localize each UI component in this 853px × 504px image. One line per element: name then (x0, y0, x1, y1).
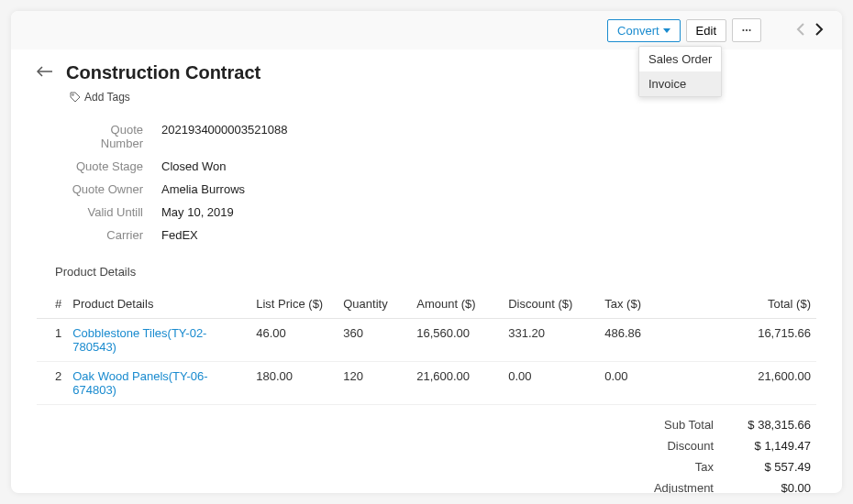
edit-label: Edit (696, 24, 716, 38)
dropdown-item-sales-order[interactable]: Sales Order (639, 47, 721, 71)
total-row-adjustment: Adjustment $0.00 (618, 477, 811, 493)
edit-button[interactable]: Edit (686, 19, 726, 42)
product-link[interactable]: Oak Wood Panels(TY-06-674803) (72, 369, 207, 397)
col-list-price: List Price ($) (250, 290, 338, 319)
col-quantity: Quantity (338, 290, 411, 319)
meta-row-quote-owner: Quote Owner Amelia Burrows (70, 178, 816, 201)
back-button[interactable] (37, 65, 53, 81)
meta-value: Closed Won (161, 159, 227, 173)
col-total: Total ($) (659, 290, 816, 319)
cell-amount: 21,600.00 (411, 362, 503, 405)
col-amount: Amount ($) (411, 290, 503, 319)
svg-point-2 (749, 29, 751, 31)
chevron-left-icon (796, 22, 805, 37)
meta-label: Quote Stage (70, 159, 161, 173)
cell-total: 21,600.00 (659, 362, 816, 405)
product-link[interactable]: Cobblestone Tiles(TY-02-780543) (72, 326, 206, 354)
convert-label: Convert (617, 24, 659, 38)
page-container: Convert Edit Sales Order Invoice (11, 11, 842, 493)
convert-button[interactable]: Convert (607, 19, 681, 42)
meta-label: Valid Untill (70, 205, 161, 219)
cell-list-price: 180.00 (250, 362, 338, 405)
svg-point-1 (746, 29, 748, 31)
next-record-button[interactable] (813, 20, 825, 41)
meta-label: Quote Owner (70, 182, 161, 196)
more-actions-button[interactable] (732, 18, 761, 42)
cell-discount: 331.20 (503, 319, 599, 362)
page-title: Construction Contract (66, 62, 260, 83)
total-label: Adjustment (618, 481, 728, 493)
table-row: 1 Cobblestone Tiles(TY-02-780543) 46.00 … (37, 319, 816, 362)
total-value: $0.00 (728, 481, 811, 493)
meta-table: Quote Number 2021934000003521088 Quote S… (70, 118, 816, 247)
col-tax: Tax ($) (599, 290, 659, 319)
cell-total: 16,715.66 (659, 319, 816, 362)
prev-record-button[interactable] (794, 20, 807, 41)
dropdown-item-invoice[interactable]: Invoice (639, 71, 721, 96)
cell-idx: 1 (37, 319, 67, 362)
meta-value: May 10, 2019 (161, 205, 234, 219)
meta-label: Carrier (70, 228, 161, 242)
total-label: Tax (618, 460, 728, 474)
cell-quantity: 120 (338, 362, 411, 405)
meta-row-quote-number: Quote Number 2021934000003521088 (70, 118, 816, 155)
cell-list-price: 46.00 (250, 319, 338, 362)
meta-value: FedEX (161, 228, 198, 242)
total-value: $ 1,149.47 (728, 439, 811, 453)
content-area: Construction Contract Add Tags Quote Num… (11, 49, 842, 493)
total-label: Sub Total (618, 418, 728, 432)
caret-down-icon (663, 28, 670, 33)
cell-quantity: 360 (338, 319, 411, 362)
totals-block: Sub Total $ 38,315.66 Discount $ 1,149.4… (37, 414, 816, 493)
add-tags-button[interactable]: Add Tags (70, 91, 130, 104)
total-row-discount: Discount $ 1,149.47 (618, 435, 811, 456)
products-table: # Product Details List Price ($) Quantit… (37, 290, 816, 405)
svg-point-4 (72, 94, 74, 96)
meta-value: 2021934000003521088 (161, 123, 287, 150)
meta-row-valid-until: Valid Untill May 10, 2019 (70, 201, 816, 224)
meta-row-carrier: Carrier FedEX (70, 224, 816, 247)
total-row-subtotal: Sub Total $ 38,315.66 (618, 414, 811, 435)
arrow-left-icon (37, 65, 53, 78)
meta-label: Quote Number (70, 123, 161, 150)
record-nav (794, 20, 825, 41)
total-label: Discount (618, 439, 728, 453)
col-product: Product Details (67, 290, 250, 319)
cell-amount: 16,560.00 (411, 319, 503, 362)
total-value: $ 557.49 (728, 460, 811, 474)
ellipsis-icon (742, 28, 751, 32)
cell-tax: 486.86 (599, 319, 659, 362)
total-value: $ 38,315.66 (728, 418, 811, 432)
cell-idx: 2 (37, 362, 67, 405)
svg-point-0 (742, 29, 744, 31)
total-row-tax: Tax $ 557.49 (618, 456, 811, 477)
cell-discount: 0.00 (503, 362, 599, 405)
section-heading-product-details: Product Details (55, 265, 816, 279)
toolbar: Convert Edit Sales Order Invoice (11, 11, 842, 49)
table-row: 2 Oak Wood Panels(TY-06-674803) 180.00 1… (37, 362, 816, 405)
meta-row-quote-stage: Quote Stage Closed Won (70, 155, 816, 178)
col-idx: # (37, 290, 67, 319)
chevron-right-icon (814, 22, 824, 37)
tag-icon (70, 92, 81, 103)
add-tags-label: Add Tags (84, 91, 130, 104)
col-discount: Discount ($) (503, 290, 599, 319)
meta-value: Amelia Burrows (161, 182, 245, 196)
convert-dropdown: Sales Order Invoice (638, 46, 722, 97)
cell-tax: 0.00 (599, 362, 659, 405)
